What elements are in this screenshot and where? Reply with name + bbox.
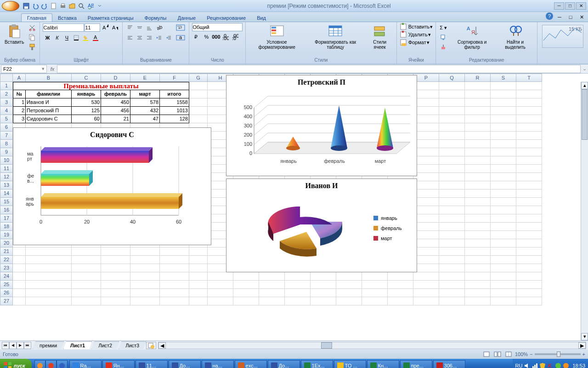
row-header[interactable]: 25	[0, 281, 13, 289]
fill-color-icon[interactable]	[81, 33, 90, 42]
font-name-combo[interactable]	[43, 23, 84, 32]
taskbar-item[interactable]: на...	[202, 360, 234, 368]
table-cell[interactable]: 3	[13, 115, 26, 123]
formula-input[interactable]	[57, 65, 581, 73]
tray-shield-icon[interactable]	[539, 362, 546, 368]
border-icon[interactable]	[72, 33, 81, 42]
taskbar-item[interactable]: пре...	[400, 360, 432, 368]
taskbar-item[interactable]: 1Ex...	[301, 360, 333, 368]
comma-icon[interactable]: 000	[211, 32, 220, 41]
format-painter-icon[interactable]	[28, 42, 37, 52]
worksheet[interactable]: ABCDEFGHIJKLMNOPQRST 1234567891011121314…	[0, 74, 588, 340]
orientation-icon[interactable]: ab	[154, 23, 164, 32]
quick-launch[interactable]	[45, 360, 57, 368]
taskbar-item[interactable]: До...	[268, 360, 300, 368]
start-button[interactable]: пуск	[0, 359, 32, 368]
view-normal-icon[interactable]	[482, 350, 491, 359]
fx-icon[interactable]: fx	[48, 66, 57, 72]
formula-expand-icon[interactable]: ⌄	[581, 66, 588, 72]
paste-button[interactable]: Вставить	[3, 23, 26, 46]
language-indicator[interactable]: RU	[515, 363, 523, 368]
conditional-formatting-button[interactable]: Условное форматирование	[249, 23, 305, 51]
row-header[interactable]: 12	[0, 173, 13, 181]
increase-indent-icon[interactable]	[164, 33, 173, 42]
zoom-slider[interactable]	[535, 353, 581, 355]
column-header[interactable]: A	[13, 74, 26, 82]
taskbar-item[interactable]: Ra...	[69, 360, 102, 368]
tray-updates-icon[interactable]	[563, 362, 569, 368]
row-header[interactable]: 13	[0, 181, 13, 190]
row-header[interactable]: 9	[0, 148, 13, 156]
clear-icon[interactable]	[439, 42, 448, 52]
bold-icon[interactable]: Ж	[43, 33, 52, 42]
column-header[interactable]: S	[491, 74, 516, 82]
office-button[interactable]	[2, 1, 19, 11]
quick-launch[interactable]	[34, 360, 45, 368]
first-sheet-icon[interactable]: ⏮	[2, 342, 9, 349]
align-middle-icon[interactable]	[135, 23, 144, 32]
increase-decimal-icon[interactable]: ,0,00	[221, 32, 230, 41]
help-icon[interactable]: ?	[546, 12, 553, 20]
sheet-tab[interactable]: Лист3	[119, 341, 146, 349]
tab-home[interactable]: Главная	[21, 13, 52, 22]
align-center-icon[interactable]	[135, 33, 144, 42]
sheet-tab[interactable]: Лист2	[91, 341, 119, 349]
table-cell[interactable]: Петровский П	[26, 107, 72, 115]
redo-icon[interactable]	[40, 2, 49, 10]
table-cell[interactable]: 125	[72, 107, 101, 115]
row-header[interactable]: 11	[0, 165, 13, 173]
chart-sidorovich[interactable]: Сидорович С	[13, 127, 211, 245]
find-select-button[interactable]: Найти и выделить	[496, 23, 534, 51]
row-header[interactable]: 5	[0, 115, 13, 123]
taskbar-item[interactable]: exc...	[235, 360, 267, 368]
insert-cells-button[interactable]: Вставить ▾	[400, 23, 433, 30]
new-icon[interactable]	[50, 2, 58, 10]
taskbar-item[interactable]: 306...	[433, 360, 465, 368]
horizontal-scrollbar[interactable]: ◀ ▶	[158, 342, 586, 349]
sheet-tab[interactable]: премии	[33, 341, 64, 349]
table-cell[interactable]: 2	[13, 107, 26, 115]
table-cell[interactable]: 128	[160, 115, 189, 123]
tray-chat-icon[interactable]	[555, 362, 561, 368]
align-bottom-icon[interactable]	[145, 23, 154, 32]
align-right-icon[interactable]	[145, 33, 154, 42]
tray-volume-icon[interactable]	[524, 362, 530, 368]
row-header[interactable]: 23	[0, 264, 13, 272]
fill-icon[interactable]	[439, 33, 448, 42]
row-header[interactable]: 4	[0, 107, 13, 115]
decrease-indent-icon[interactable]	[154, 33, 164, 42]
table-cell[interactable]: 432	[130, 107, 160, 115]
table-cell[interactable]: 1558	[160, 98, 189, 107]
vertical-scrollbar[interactable]: ▴ ▾	[581, 82, 588, 340]
scroll-down-icon[interactable]: ▾	[581, 333, 588, 340]
tab-insert[interactable]: Вставка	[52, 14, 82, 22]
decrease-font-icon[interactable]: A▼	[110, 23, 119, 32]
preview-icon[interactable]	[77, 2, 85, 10]
zoom-out-icon[interactable]: −	[530, 351, 532, 357]
row-header[interactable]: 10	[0, 156, 13, 165]
format-cells-button[interactable]: Формат ▾	[400, 39, 433, 46]
sort-filter-button[interactable]: АЯ Сортировка и фильтр	[450, 23, 494, 51]
table-cell[interactable]: 47	[130, 115, 160, 123]
taskbar-item[interactable]: Кн...	[367, 360, 399, 368]
row-header[interactable]: 17	[0, 214, 13, 223]
taskbar-item[interactable]: TO ...	[334, 360, 366, 368]
percent-icon[interactable]: %	[202, 32, 211, 41]
close-button[interactable]: ✕	[576, 2, 586, 10]
name-box[interactable]: F22▾	[1, 65, 47, 73]
undo-icon[interactable]	[31, 2, 40, 10]
taskbar-item[interactable]: До...	[169, 360, 201, 368]
column-header[interactable]: E	[130, 74, 160, 82]
align-top-icon[interactable]	[125, 23, 135, 32]
wrap-text-icon[interactable]	[175, 23, 186, 32]
underline-icon[interactable]: Ч	[62, 33, 71, 42]
clock[interactable]: 18:53	[572, 363, 585, 368]
row-header[interactable]: 20	[0, 239, 13, 247]
column-header[interactable]: C	[72, 74, 101, 82]
table-cell[interactable]: Иванов И	[26, 98, 72, 107]
row-header[interactable]: 1	[0, 82, 13, 90]
chart-ivanov[interactable]: Иванов И	[226, 178, 417, 272]
taskbar-item[interactable]: Ян...	[102, 360, 135, 368]
ribbon-minimize-icon[interactable]: ─	[555, 12, 564, 22]
prev-sheet-icon[interactable]: ◀	[9, 342, 17, 349]
